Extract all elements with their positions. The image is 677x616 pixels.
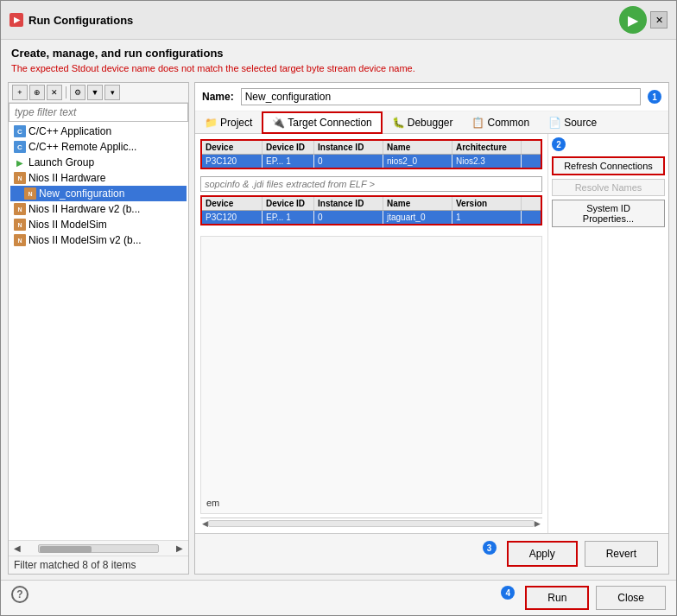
right-sidebar: 2 Refresh Connections Resolve Names Syst… bbox=[547, 134, 668, 533]
tabs-bar: 📁 Project 🔌 Target Connection 🐛 Debugger… bbox=[195, 111, 668, 134]
scrollbar-track[interactable] bbox=[208, 520, 535, 527]
bottom-area: em bbox=[200, 236, 542, 514]
close-button[interactable]: Close bbox=[596, 586, 666, 610]
config-tree: C C/C++ Application C C/C++ Remote Appli… bbox=[9, 122, 188, 540]
dropdown-button[interactable]: ▾ bbox=[104, 85, 120, 100]
right-panel: Name: 1 📁 Project 🔌 Target Connection 🐛 … bbox=[194, 82, 669, 575]
badge-1: 1 bbox=[648, 90, 661, 104]
lower-table-header: Device Device ID Instance ID Name Versio… bbox=[202, 197, 541, 211]
tree-item-cpp-app[interactable]: C C/C++ Application bbox=[10, 124, 187, 139]
tree-item-nios-modelsim-v2[interactable]: N Nios II ModelSim v2 (b... bbox=[10, 232, 187, 248]
scroll-right-arrow[interactable]: ▶ bbox=[535, 519, 541, 528]
name-row: Name: 1 bbox=[195, 83, 668, 111]
lower-col-name: Name bbox=[383, 197, 452, 210]
scroll-left-arrow[interactable]: ◀ bbox=[202, 519, 208, 528]
upper-col-device-id: Device ID bbox=[263, 141, 314, 154]
elf-row bbox=[200, 176, 542, 192]
dialog-subtitle: Create, manage, and run configurations bbox=[11, 47, 666, 60]
tab-common[interactable]: 📋 Common bbox=[462, 111, 539, 133]
system-id-properties-button[interactable]: System ID Properties... bbox=[552, 200, 665, 227]
upper-cell-device: P3C120 bbox=[202, 155, 263, 168]
lower-cell-inst: 0 bbox=[314, 211, 383, 224]
refresh-connections-button[interactable]: Refresh Connections bbox=[552, 156, 665, 175]
badge-2: 2 bbox=[552, 137, 566, 151]
bottom-row: ? 4 Run Close bbox=[1, 580, 676, 615]
tab-source[interactable]: 📄 Source bbox=[539, 111, 606, 133]
upper-cell-inst: 0 bbox=[314, 155, 383, 168]
upper-col-arch: Architecture bbox=[452, 141, 522, 154]
lower-cell-version: 1 bbox=[452, 211, 522, 224]
title-bar-left: ▶ Run Configurations bbox=[9, 13, 133, 27]
collapse-button[interactable]: ▼ bbox=[87, 85, 103, 100]
help-button[interactable]: ? bbox=[11, 586, 28, 603]
left-toolbar: + ⊕ ✕ ⚙ ▼ ▾ bbox=[9, 83, 188, 103]
upper-cell-devid: EP... 1 bbox=[263, 155, 314, 168]
upper-table-header: Device Device ID Instance ID Name Archit… bbox=[202, 141, 541, 155]
new-config-button[interactable]: + bbox=[12, 85, 28, 100]
apply-revert-row: 3 Apply Revert bbox=[195, 533, 668, 574]
revert-button[interactable]: Revert bbox=[585, 541, 658, 567]
close-x-button[interactable]: ✕ bbox=[650, 11, 668, 29]
left-panel: + ⊕ ✕ ⚙ ▼ ▾ C C/C++ Application C C/C++ … bbox=[8, 82, 189, 575]
upper-device-table: Device Device ID Instance ID Name Archit… bbox=[200, 139, 542, 169]
upper-cell-arch: Nios2.3 bbox=[452, 155, 522, 168]
lower-col-device: Device bbox=[202, 197, 263, 210]
name-label: Name: bbox=[202, 91, 234, 103]
lower-device-table: Device Device ID Instance ID Name Versio… bbox=[200, 195, 542, 225]
apply-button[interactable]: Apply bbox=[507, 541, 578, 567]
filter-input[interactable] bbox=[9, 103, 188, 122]
tab-project[interactable]: 📁 Project bbox=[195, 111, 262, 133]
dialog-icon: ▶ bbox=[9, 13, 23, 27]
upper-table-row[interactable]: P3C120 EP... 1 0 nios2_0 Nios2.3 bbox=[202, 155, 541, 168]
tree-item-nios-modelsim[interactable]: N Nios II ModelSim bbox=[10, 217, 187, 232]
resolve-names-button[interactable]: Resolve Names bbox=[552, 179, 665, 196]
filter-button[interactable]: ⚙ bbox=[70, 85, 85, 100]
lower-cell-name: jtaguart_0 bbox=[383, 211, 452, 224]
duplicate-button[interactable]: ⊕ bbox=[29, 85, 45, 100]
name-input[interactable] bbox=[241, 88, 641, 105]
tab-target-connection[interactable]: 🔌 Target Connection bbox=[262, 111, 382, 134]
badge-4: 4 bbox=[501, 586, 515, 600]
tree-item-launch-group[interactable]: ▶ Launch Group bbox=[10, 155, 187, 170]
bottom-label: em bbox=[206, 498, 219, 508]
tab-main-area: Device Device ID Instance ID Name Archit… bbox=[195, 134, 547, 533]
elf-input[interactable] bbox=[200, 176, 542, 192]
badge-3: 3 bbox=[483, 541, 497, 555]
upper-cell-name: nios2_0 bbox=[383, 155, 452, 168]
tree-item-nios-hw-v2[interactable]: N Nios II Hardware v2 (b... bbox=[10, 201, 187, 217]
run-configurations-dialog: ▶ Run Configurations ▶ ✕ Create, manage,… bbox=[0, 0, 677, 616]
horizontal-scrollbar[interactable]: ◀ ▶ bbox=[200, 518, 542, 528]
lower-cell-devid: EP... 1 bbox=[263, 211, 314, 224]
upper-col-name: Name bbox=[383, 141, 452, 154]
lower-table-row[interactable]: P3C120 EP... 1 0 jtaguart_0 1 bbox=[202, 211, 541, 224]
delete-button[interactable]: ✕ bbox=[47, 85, 62, 100]
lower-col-device-id: Device ID bbox=[263, 197, 314, 210]
upper-col-instance: Instance ID bbox=[314, 141, 383, 154]
dialog-title: Run Configurations bbox=[28, 14, 133, 27]
run-button[interactable]: Run bbox=[525, 586, 589, 610]
dialog-header: Create, manage, and run configurations T… bbox=[1, 40, 676, 77]
tree-item-new-config[interactable]: N New_configuration bbox=[10, 186, 187, 201]
title-bar: ▶ Run Configurations ▶ ✕ bbox=[1, 1, 676, 40]
tab-debugger[interactable]: 🐛 Debugger bbox=[383, 111, 463, 133]
lower-col-instance: Instance ID bbox=[314, 197, 383, 210]
tree-item-cpp-remote[interactable]: C C/C++ Remote Applic... bbox=[10, 139, 187, 155]
dialog-body: + ⊕ ✕ ⚙ ▼ ▾ C C/C++ Application C C/C++ … bbox=[1, 77, 676, 580]
lower-cell-device: P3C120 bbox=[202, 211, 263, 224]
filter-count: Filter matched 8 of 8 items bbox=[9, 556, 188, 574]
tab-content: Device Device ID Instance ID Name Archit… bbox=[195, 134, 668, 533]
upper-col-device: Device bbox=[202, 141, 263, 154]
tree-item-nios-hw[interactable]: N Nios II Hardware bbox=[10, 170, 187, 186]
warning-message: The expected Stdout device name does not… bbox=[11, 63, 666, 73]
run-icon-header[interactable]: ▶ bbox=[619, 6, 647, 34]
lower-col-version: Version bbox=[452, 197, 522, 210]
